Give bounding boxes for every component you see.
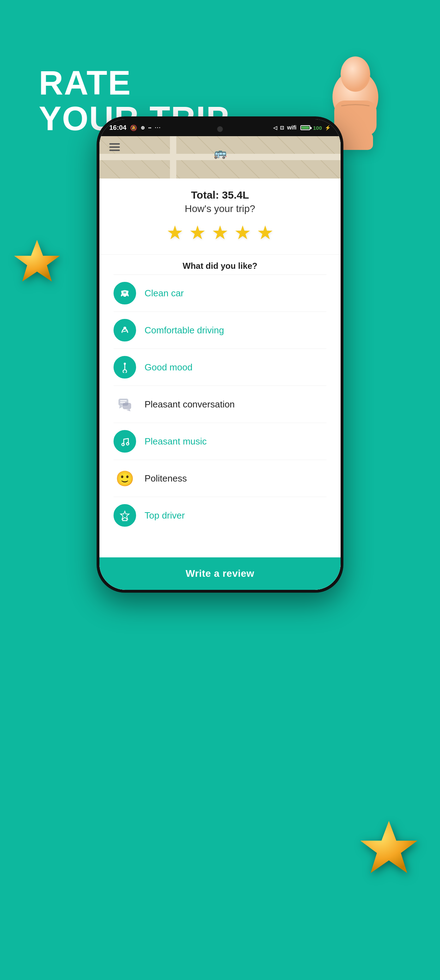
status-right: ◁ ⊡ wifi 100 ⚡ — [273, 124, 331, 131]
list-item[interactable]: Clean car — [114, 275, 326, 312]
list-item[interactable]: Good mood — [114, 349, 326, 386]
svg-point-19 — [127, 443, 129, 445]
pleasant-music-label: Pleasant music — [145, 436, 206, 447]
svg-point-10 — [123, 327, 126, 329]
headline-line1: RATE — [39, 65, 230, 101]
battery-percentage: 100 — [313, 125, 322, 131]
svg-rect-15 — [123, 403, 131, 409]
svg-marker-5 — [360, 821, 418, 873]
map-area: 🚌 — [99, 136, 341, 178]
svg-point-7 — [122, 296, 124, 298]
hamburger-line1 — [109, 143, 120, 145]
status-screenshot-icon: ⊡ — [280, 125, 284, 130]
status-dots: ··· — [155, 125, 161, 130]
map-road-vertical — [170, 136, 176, 178]
good-mood-icon — [114, 356, 136, 379]
star-4[interactable]: ★ — [234, 221, 251, 244]
total-label: Total: 35.4L — [114, 189, 326, 201]
list-item[interactable]: Pleasant conversation — [114, 386, 326, 423]
clean-car-label: Clean car — [145, 288, 184, 299]
star-3[interactable]: ★ — [211, 221, 229, 244]
like-section: What did you like? Clean car — [99, 255, 341, 534]
star-decoration-left — [11, 236, 64, 302]
battery-fill — [302, 126, 309, 129]
write-review-button[interactable]: Write a review — [99, 557, 341, 590]
trip-question: How's your trip? — [114, 203, 326, 215]
comfortable-driving-icon — [114, 319, 136, 342]
camera-dot — [217, 126, 223, 132]
hamburger-line3 — [109, 150, 120, 151]
star-1[interactable]: ★ — [167, 221, 183, 244]
pleasant-music-icon — [114, 430, 136, 453]
status-time: 16:04 — [109, 124, 127, 132]
status-location-icon: ◁ — [273, 125, 277, 130]
star-decoration-right — [355, 817, 423, 899]
svg-rect-9 — [123, 291, 126, 294]
map-bus-icon: 🚌 — [214, 147, 227, 159]
hamburger-line2 — [109, 146, 120, 148]
svg-point-8 — [126, 296, 128, 298]
pleasant-conversation-label: Pleasant conversation — [145, 399, 235, 410]
list-item[interactable]: Top driver — [114, 497, 326, 534]
battery-icon — [300, 125, 310, 130]
svg-point-1 — [341, 56, 370, 92]
clean-car-icon — [114, 282, 136, 304]
phone-frame: 16:04 🔕 ⊕ ▪▪ ··· ◁ ⊡ wifi 100 ⚡ — [97, 116, 343, 593]
politeness-icon: 🙂 — [114, 467, 136, 490]
svg-point-13 — [124, 363, 126, 365]
top-driver-label: Top driver — [145, 510, 185, 521]
pleasant-conversation-icon — [114, 393, 136, 415]
like-section-title: What did you like? — [114, 255, 326, 274]
stars-row[interactable]: ★ ★ ★ ★ ★ — [114, 215, 326, 247]
comfortable-driving-label: Comfortable driving — [145, 325, 224, 336]
svg-point-11 — [123, 370, 127, 373]
svg-rect-2 — [334, 100, 376, 136]
list-item[interactable]: Pleasant music — [114, 423, 326, 460]
politeness-label: Politeness — [145, 473, 187, 484]
content-panel: Total: 35.4L How's your trip? ★ ★ ★ ★ ★ … — [99, 178, 341, 590]
status-clock-icon: ⊕ — [141, 125, 145, 130]
status-wifi-icon: wifi — [287, 124, 297, 131]
top-driver-icon — [114, 504, 136, 527]
status-left: 16:04 🔕 ⊕ ▪▪ ··· — [109, 124, 161, 132]
svg-marker-4 — [14, 240, 60, 282]
good-mood-label: Good mood — [145, 362, 192, 373]
list-item[interactable]: 🙂 Politeness — [114, 460, 326, 497]
phone-screen: 16:04 🔕 ⊕ ▪▪ ··· ◁ ⊡ wifi 100 ⚡ — [99, 119, 341, 590]
status-mute-icon: 🔕 — [130, 124, 137, 131]
charging-icon: ⚡ — [325, 125, 331, 130]
star-5[interactable]: ★ — [257, 221, 273, 244]
list-item[interactable]: Comfortable driving — [114, 312, 326, 349]
svg-point-18 — [122, 444, 124, 446]
status-squares: ▪▪ — [148, 125, 152, 130]
panel-header: Total: 35.4L How's your trip? ★ ★ ★ ★ ★ — [99, 178, 341, 255]
map-menu-button[interactable] — [109, 143, 120, 151]
star-2[interactable]: ★ — [189, 221, 206, 244]
